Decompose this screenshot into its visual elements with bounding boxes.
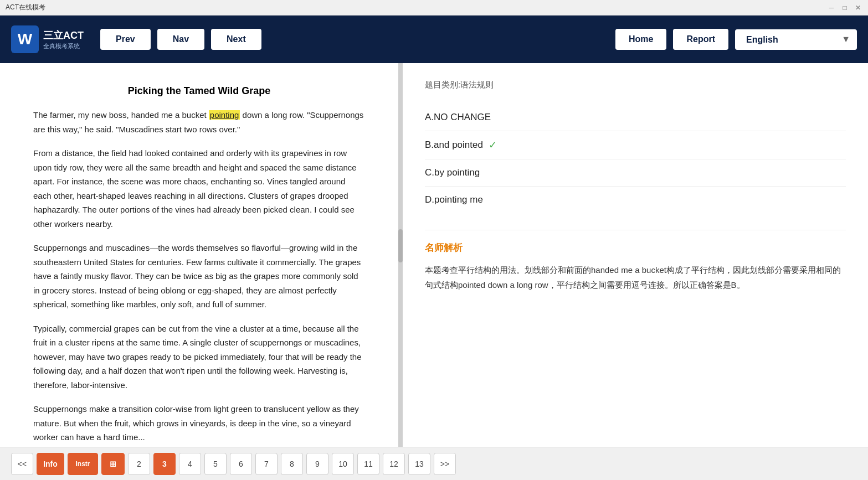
language-select[interactable]: English [735,29,857,50]
page-2-button[interactable]: 2 [128,453,150,475]
divider-handle [398,229,403,262]
logo-text: 三立ACT 全真模考系统 [43,29,84,50]
divider [398,63,403,447]
explanation-text: 本题考查平行结构的用法。划线部分和前面的handed me a bucket构成… [425,262,846,292]
next-page-button[interactable]: >> [434,453,456,475]
prev-button[interactable]: Prev [100,29,151,50]
page-10-button[interactable]: 10 [332,453,354,475]
logo-icon: W [11,25,39,53]
logo-area: W 三立ACT 全真模考系统 [11,25,84,53]
language-selector-wrapper[interactable]: English ▼ [735,29,857,50]
app-title: ACT在线模考 [6,3,45,12]
next-button[interactable]: Next [211,29,261,50]
logo-sub-label: 全真模考系统 [43,42,84,50]
page-3-button[interactable]: 3 [153,453,176,475]
passage-area: Picking the Tamed Wild Grape The farmer,… [0,63,398,447]
frame-icon: ⊞ [110,460,116,468]
teacher-explanation: 名师解析 本题考查平行结构的用法。划线部分和前面的handed me a buc… [425,230,846,292]
paragraph-5: Scuppernongs make a transition color-wis… [33,402,365,445]
bottom-bar: << Info Instr ⊞ 2 3 4 5 6 7 8 9 10 11 12… [0,447,868,480]
page-8-button[interactable]: 8 [281,453,303,475]
answer-option-d[interactable]: D.pointing me [425,187,846,213]
page-6-button[interactable]: 6 [230,453,252,475]
navbar: W 三立ACT 全真模考系统 Prev Nav Next Home Report… [0,16,868,63]
option-d-label: D.pointing me [425,194,483,205]
answer-option-b[interactable]: B.and pointed ✓ [425,131,846,159]
page-9-button[interactable]: 9 [306,453,328,475]
title-bar: ACT在线模考 ─ □ ✕ [0,0,868,16]
check-icon: ✓ [489,139,497,151]
prev-page-button[interactable]: << [11,453,33,475]
page-1-button[interactable]: ⊞ [101,453,125,475]
page-5-button[interactable]: 5 [204,453,227,475]
passage-text: The farmer, my new boss, handed me a buc… [33,108,365,445]
option-c-label: C.by pointing [425,167,480,178]
paragraph-1: The farmer, my new boss, handed me a buc… [33,108,365,136]
answer-option-a[interactable]: A.NO CHANGE [425,104,846,131]
close-button[interactable]: ✕ [854,3,862,12]
option-b-label: B.and pointed [425,140,483,151]
main-content: Picking the Tamed Wild Grape The farmer,… [0,63,868,447]
page-11-button[interactable]: 11 [357,453,379,475]
paragraph-4: Typically, commercial grapes can be cut … [33,322,365,393]
page-13-button[interactable]: 13 [408,453,430,475]
paragraph-2: From a distance, the field had looked co… [33,146,365,231]
passage-title: Picking the Tamed Wild Grape [33,85,365,97]
right-panel: 题目类别:语法规则 A.NO CHANGE B.and pointed ✓ C.… [403,63,868,447]
answer-option-c[interactable]: C.by pointing [425,159,846,187]
nav-button[interactable]: Nav [157,29,204,50]
page-7-button[interactable]: 7 [255,453,278,475]
home-button[interactable]: Home [615,29,666,50]
teacher-label: 名师解析 [425,241,846,254]
logo-act-label: 三立ACT [43,29,84,42]
highlighted-word: pointing [209,110,240,120]
info-button[interactable]: Info [37,453,64,475]
maximize-button[interactable]: □ [840,3,849,12]
option-a-label: A.NO CHANGE [425,112,491,123]
page-4-button[interactable]: 4 [179,453,201,475]
minimize-button[interactable]: ─ [827,3,836,12]
question-category: 题目类别:语法规则 [425,80,846,90]
nav-right: Home Report English ▼ [615,29,857,50]
report-button[interactable]: Report [673,29,728,50]
instr-button[interactable]: Instr [68,453,98,475]
page-12-button[interactable]: 12 [383,453,405,475]
paragraph-3: Scuppernongs and muscadines—the words th… [33,241,365,312]
answer-section: A.NO CHANGE B.and pointed ✓ C.by pointin… [425,104,846,213]
